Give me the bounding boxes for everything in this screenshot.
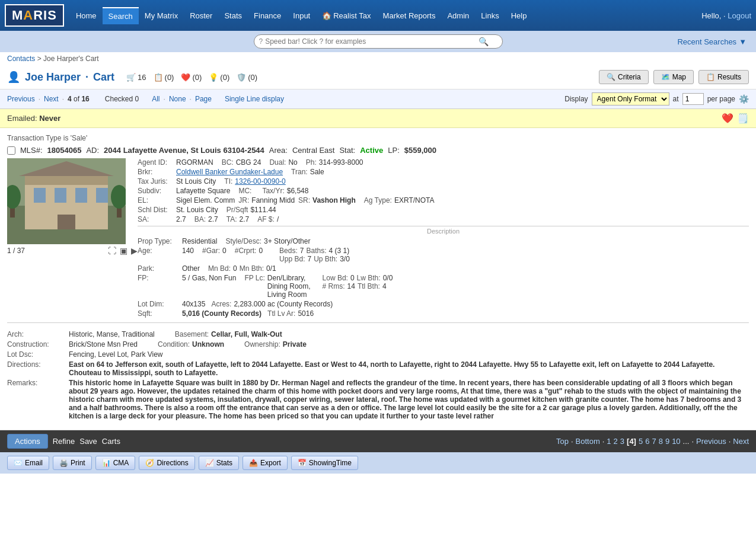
shield-icon: 🛡️ (237, 73, 246, 82)
condition-label: Condition: (158, 340, 190, 349)
brkr-val[interactable]: Coldwell Banker Gundaker-Ladue (176, 168, 283, 176)
cma-button[interactable]: 📊 CMA (95, 456, 136, 470)
nav-home[interactable]: Home (70, 8, 103, 24)
nav-mymatrix[interactable]: My Matrix (139, 8, 184, 24)
nav-realist-tax[interactable]: 🏠 Realist Tax (316, 8, 377, 24)
sqft-val: 5,016 (County Records) (182, 309, 261, 318)
emailed-value: Never (39, 114, 60, 123)
print-button[interactable]: 🖨️ Print (53, 456, 92, 470)
mls-number: 18054065 (47, 146, 82, 155)
none-link[interactable]: None (169, 95, 186, 103)
next-img-icon[interactable]: ▶ (131, 246, 138, 255)
top-link[interactable]: Top (556, 437, 569, 446)
cart-label: Cart (93, 71, 114, 84)
dot-sep1: · (39, 95, 40, 103)
favorite-icon[interactable]: ❤️ (722, 113, 733, 124)
nav-input[interactable]: Input (287, 8, 316, 24)
action-next-link[interactable]: Next (733, 437, 749, 446)
search-icon[interactable]: 🔍 (479, 37, 489, 46)
print-icon: 🖨️ (59, 459, 68, 467)
ttl-lv-val: 5016 (298, 309, 314, 318)
map-button[interactable]: 🗺️ Map (653, 70, 694, 84)
previous-link[interactable]: Previous (7, 95, 35, 103)
email-row: Emailed: Never ❤️ 🗒️ (0, 109, 756, 128)
action-previous-link[interactable]: Previous (696, 437, 726, 446)
gear-icon[interactable]: ⚙️ (739, 94, 749, 104)
recent-searches[interactable]: Recent Searches ▼ (677, 37, 747, 46)
criteria-button[interactable]: 🔍 Criteria (599, 70, 649, 84)
page-8-link[interactable]: 8 (659, 437, 663, 446)
fp-val: 5 / Gas, Non Fun (182, 274, 236, 299)
desc-divider: Description (138, 226, 749, 235)
info-row-2: Brkr: Coldwell Banker Gundaker-Ladue Tra… (138, 168, 749, 176)
cma-icon: 📊 (102, 459, 111, 467)
lot-dim-val: 40x135 (182, 300, 205, 308)
actions-button[interactable]: Actions (7, 434, 48, 449)
mn-bth-label: Mn Bth: (240, 264, 264, 273)
nav-links[interactable]: Links (475, 8, 505, 24)
ti-val[interactable]: 1326-00-0090-0 (235, 177, 285, 186)
page-6-link[interactable]: 6 (645, 437, 649, 446)
nav-roster[interactable]: Roster (184, 8, 218, 24)
single-line-link[interactable]: Single Line display (225, 95, 284, 103)
refine-button[interactable]: Refine (53, 437, 75, 446)
results-button[interactable]: 📋 Results (698, 70, 749, 84)
ti-label: TI: (224, 177, 232, 186)
upp-bd-label: Upp Bd: (279, 255, 305, 263)
tax-yr-label: Tax/Yr: (262, 187, 284, 195)
save-button[interactable]: Save (79, 437, 97, 446)
expand-icon[interactable]: ⛶ (108, 246, 116, 255)
gallery-icon[interactable]: ▣ (120, 246, 127, 255)
nav-market-reports[interactable]: Market Reports (377, 8, 442, 24)
baths-val: 4 (3 1) (329, 247, 350, 255)
page-5-link[interactable]: 5 (639, 437, 643, 446)
export-icon: 📤 (249, 459, 258, 467)
page-link[interactable]: Page (195, 95, 212, 103)
desc-row-sqft: Sqft: 5,016 (County Records) Ttl Lv Ar: … (138, 309, 749, 318)
nav-help[interactable]: Help (505, 8, 533, 24)
low-bd-val: 0 (350, 274, 355, 282)
search-input[interactable] (265, 37, 479, 46)
pr-sqft-label: Pr/Sqft (227, 206, 248, 214)
email-button[interactable]: ✉️ Email (7, 456, 49, 470)
page-1-link[interactable]: 1 (607, 437, 611, 446)
nav-admin[interactable]: Admin (441, 8, 475, 24)
page-10-link[interactable]: 10 (672, 437, 680, 446)
search-input-wrap: ? 🔍 (254, 34, 503, 49)
img-controls: 1 / 37 ⛶ ▣ ▶ (7, 244, 138, 257)
nav-finance[interactable]: Finance (248, 8, 287, 24)
crprt-label: #Crprt: (235, 247, 257, 255)
display-select[interactable]: Agent Only Format (592, 92, 669, 106)
showing-time-button[interactable]: 📅 ShowingTime (291, 456, 358, 470)
page-7-link[interactable]: 7 (652, 437, 656, 446)
nav-stats[interactable]: Stats (218, 8, 248, 24)
logout-link[interactable]: Logout (728, 11, 751, 20)
per-page-input[interactable] (682, 93, 704, 105)
help-icon[interactable]: ? (259, 37, 263, 46)
directions-button[interactable]: 🧭 Directions (139, 456, 194, 470)
note-icon-row[interactable]: 🗒️ (737, 113, 749, 124)
park-val: Other (182, 264, 200, 273)
logo[interactable]: MARIS (5, 4, 64, 27)
all-link[interactable]: All (152, 95, 160, 103)
mls-checkbox[interactable] (7, 146, 15, 155)
lw-bth-val: 0/0 (383, 274, 393, 282)
page-9-link[interactable]: 9 (665, 437, 669, 446)
dual-label: Dual: (269, 158, 286, 167)
showing-time-icon: 📅 (298, 459, 307, 467)
bottom-link[interactable]: Bottom (576, 437, 600, 446)
info-row-6: Schl Dist: St. Louis City Pr/Sqft $111.4… (138, 206, 749, 214)
schl-dist-label: Schl Dist: (138, 206, 176, 214)
fp-lc2-val: Living Room (267, 290, 311, 299)
mls-address: 2044 Lafayette Avenue, St Louis 63104-25… (104, 146, 264, 155)
page-3-link[interactable]: 3 (620, 437, 624, 446)
page-2-link[interactable]: 2 (614, 437, 618, 446)
next-link[interactable]: Next (44, 95, 59, 103)
nav-search[interactable]: Search (103, 7, 139, 24)
breadcrumb-contacts[interactable]: Contacts (7, 55, 35, 63)
style-val: 3+ Story/Other (264, 237, 310, 245)
cart-title: 👤 Joe Harper · Cart (7, 71, 114, 84)
export-button[interactable]: 📤 Export (243, 456, 288, 470)
stats-button[interactable]: 📈 Stats (199, 456, 239, 470)
carts-button[interactable]: Carts (102, 437, 120, 446)
